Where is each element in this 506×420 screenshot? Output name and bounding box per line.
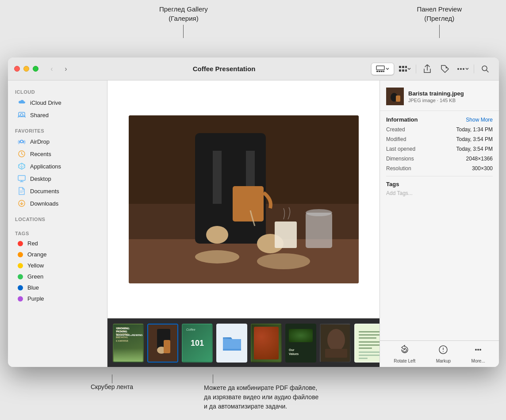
sidebar-label-shared: Shared: [30, 112, 49, 118]
sidebar-label-downloads: Downloads: [30, 200, 58, 207]
svg-rect-0: [376, 66, 384, 70]
rotate-left-label: Rotate Left: [394, 359, 415, 363]
search-button[interactable]: [478, 62, 493, 76]
preview-thumbnail: [386, 88, 404, 105]
sidebar-item-tag-green[interactable]: Green: [11, 271, 104, 282]
scrubber-thumb-8[interactable]: [354, 324, 380, 363]
preview-panel: Barista training.jpeg JPEG image · 145 K…: [380, 80, 499, 367]
more-icon: [457, 68, 465, 70]
group-button[interactable]: [397, 62, 412, 76]
svg-point-57: [475, 349, 477, 351]
gallery-view-annotation: Преглед Gallery(Галерия): [159, 4, 208, 38]
info-divider: [386, 176, 493, 176]
add-tags-field[interactable]: Add Tags...: [386, 190, 493, 196]
rotate-left-button[interactable]: Rotate Left: [390, 343, 419, 365]
svg-rect-1: [376, 71, 378, 72]
created-value: Today, 1:34 PM: [456, 126, 493, 133]
recents-icon: [18, 150, 26, 158]
sidebar-item-applications[interactable]: Applications: [11, 160, 104, 172]
gallery-annotation-line: [183, 25, 184, 38]
finder-window: ‹ › Coffee Presentation: [8, 57, 499, 367]
sidebar-section-locations: Locations: [8, 213, 107, 224]
preview-toolbar: Rotate Left Markup: [380, 340, 499, 367]
preview-more-button[interactable]: More...: [468, 343, 489, 365]
info-row-modified: Modified Today, 3:54 PM: [386, 136, 493, 142]
gallery-annotation-text: Преглед Gallery(Галерия): [159, 4, 208, 23]
svg-rect-3: [381, 71, 383, 72]
documents-icon: [18, 187, 26, 195]
resolution-value: 300×300: [472, 165, 493, 172]
svg-rect-47: [359, 341, 380, 343]
bottom-annotations: Скрубер лента Можете да комбинирате PDF …: [9, 374, 495, 411]
markup-button[interactable]: Markup: [433, 343, 454, 365]
tag-dot-blue: [18, 285, 23, 290]
downloads-icon: [18, 199, 26, 207]
action-annotation-line: [213, 374, 213, 383]
tag-dot-green: [18, 274, 23, 279]
close-button[interactable]: [14, 66, 20, 72]
sidebar-item-icloud-drive[interactable]: iCloud Drive: [11, 96, 104, 109]
svg-rect-31: [275, 221, 297, 248]
svg-point-17: [20, 140, 23, 143]
svg-rect-30: [233, 186, 264, 221]
svg-point-11: [446, 67, 447, 68]
sidebar-item-tag-blue[interactable]: Blue: [11, 282, 104, 293]
svg-rect-50: [359, 351, 380, 353]
sidebar-item-desktop[interactable]: Desktop: [11, 172, 104, 185]
sidebar-item-tag-yellow[interactable]: Yellow: [11, 260, 104, 271]
created-label: Created: [386, 126, 405, 133]
top-annotations: Преглед Gallery(Галерия) Панел Preview(П…: [0, 0, 506, 57]
sidebar-item-shared[interactable]: Shared: [11, 109, 104, 121]
scrubber-bar: GROWINGPICKINGROASTINGBREWINGCOFFEE 101: [107, 318, 380, 367]
scrubber-thumb-7[interactable]: [320, 324, 351, 363]
more-options-button[interactable]: [455, 62, 470, 76]
sidebar-item-airdrop[interactable]: AirDrop: [11, 135, 104, 148]
resolution-label: Resolution: [386, 165, 411, 172]
sidebar-label-desktop: Desktop: [30, 176, 51, 182]
gallery-view-button[interactable]: [372, 63, 394, 75]
sidebar-label-tag-purple: Purple: [27, 295, 44, 302]
toolbar-right: [371, 62, 493, 76]
action-annotation-text: Можете да комбинирате PDF файлове,да изр…: [204, 383, 318, 411]
back-button[interactable]: ‹: [46, 64, 58, 74]
preview-header: Barista training.jpeg JPEG image · 145 K…: [380, 80, 499, 111]
svg-point-13: [460, 68, 462, 70]
sidebar-item-tag-red[interactable]: Red: [11, 238, 104, 249]
preview-filetype: JPEG image · 145 KB: [408, 98, 493, 103]
svg-point-34: [195, 250, 239, 263]
maximize-button[interactable]: [33, 66, 38, 72]
more-chevron-icon: [465, 68, 469, 70]
tag-dot-yellow: [18, 263, 23, 268]
last-opened-value: Today, 3:54 PM: [456, 146, 493, 152]
rotate-left-icon: [400, 345, 410, 357]
sidebar-item-downloads[interactable]: Downloads: [11, 197, 104, 210]
scrubber-thumb-4[interactable]: [216, 324, 247, 363]
markup-label: Markup: [436, 359, 451, 363]
gallery-image: [129, 115, 359, 283]
toolbar-separator-1: [416, 65, 416, 73]
dimensions-value: 2048×1366: [466, 156, 493, 162]
scrubber-thumb-5[interactable]: [251, 324, 282, 363]
tags-button[interactable]: [437, 62, 452, 76]
sidebar-section-favorites: Favorites: [8, 125, 107, 135]
scrubber-thumb-2[interactable]: [147, 324, 178, 363]
sidebar-item-tag-orange[interactable]: Orange: [11, 249, 104, 260]
scrubber-thumb-1[interactable]: GROWINGPICKINGROASTINGBREWINGCOFFEE: [113, 324, 144, 363]
sidebar-item-documents[interactable]: Documents: [11, 185, 104, 197]
action-annotation: Можете да комбинирате PDF файлове,да изр…: [204, 374, 318, 411]
sidebar-label-recents: Recents: [30, 151, 51, 157]
svg-rect-9: [402, 69, 404, 72]
scrubber-thumb-3[interactable]: 101 Coffee: [182, 324, 213, 363]
svg-rect-49: [359, 347, 372, 349]
show-more-button[interactable]: Show More: [466, 117, 493, 123]
sidebar-label-airdrop: AirDrop: [30, 138, 50, 145]
minimize-button[interactable]: [23, 66, 29, 72]
sidebar-item-recents[interactable]: Recents: [11, 148, 104, 160]
forward-button[interactable]: ›: [60, 64, 72, 74]
sidebar-item-tag-purple[interactable]: Purple: [11, 293, 104, 304]
window-title: Coffee Presentation: [77, 65, 371, 73]
group-chevron-icon: [407, 68, 411, 70]
share-button[interactable]: [420, 62, 435, 76]
preview-annotation-line: [439, 25, 440, 38]
scrubber-thumb-6[interactable]: OurValues: [285, 324, 316, 363]
